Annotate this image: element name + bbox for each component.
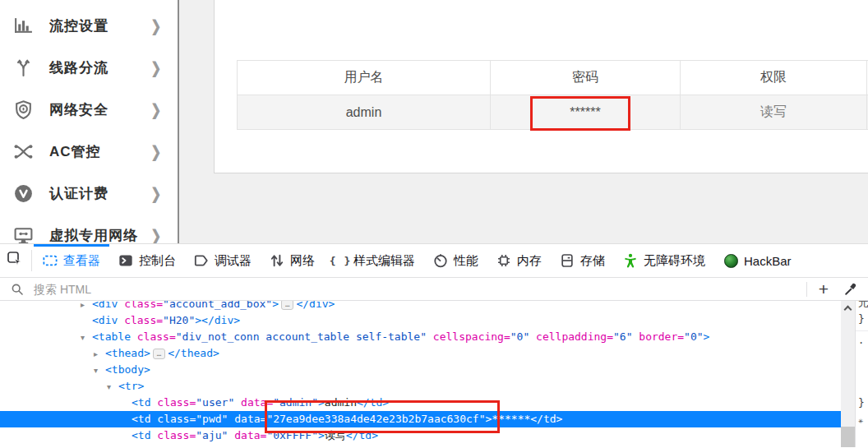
- sidebar-item-5[interactable]: 认证计费❯: [0, 173, 178, 215]
- bar-chart-icon: [13, 16, 49, 37]
- code-line[interactable]: ▾<tbody>: [0, 362, 841, 378]
- code-token-attr: class=: [157, 396, 196, 409]
- twisty-open-icon[interactable]: ▾: [94, 363, 105, 379]
- code-token-tag: <td: [132, 429, 157, 441]
- console-icon: [118, 253, 133, 268]
- code-token-val: "6": [613, 330, 632, 343]
- gauge-icon: [433, 253, 448, 268]
- code-token-tag: </td>: [346, 429, 378, 441]
- sidebar-item-3[interactable]: 网络安全❯: [0, 89, 178, 131]
- code-token-val: "aju": [196, 429, 228, 441]
- code-token-tag: >: [318, 429, 325, 441]
- tab-样式编辑器[interactable]: { }样式编辑器: [324, 244, 424, 277]
- web-page: 流控设置❯线路分流❯网络安全❯AC管控❯认证计费❯虚拟专用网络❯ 用户名密码权限…: [0, 0, 868, 243]
- twisty-open-icon[interactable]: ▾: [107, 379, 118, 395]
- twisty-open-icon[interactable]: ▾: [81, 330, 92, 346]
- code-token-attr: data=: [234, 396, 273, 409]
- code-token-attr: data=: [228, 429, 266, 441]
- sidebar: 流控设置❯线路分流❯网络安全❯AC管控❯认证计费❯虚拟专用网络❯: [0, 0, 179, 243]
- code-token-tag: </thead>: [168, 347, 219, 359]
- collapsed-content-badge[interactable]: …: [281, 301, 293, 310]
- code-token-val: "admin": [273, 396, 318, 409]
- code-token-attr: border=: [632, 330, 684, 343]
- code-token-attr: class=: [137, 330, 176, 343]
- code-line[interactable]: <div class="H20"></div>: [0, 312, 841, 329]
- code-token-tag: <tr>: [118, 380, 144, 392]
- code-token-attr: data=: [228, 413, 266, 425]
- tab-无障碍环境[interactable]: 无障碍环境: [614, 244, 714, 277]
- hackbar-icon: [723, 253, 738, 268]
- code-token-val: "div_not_conn account_table self-table": [176, 330, 427, 343]
- permission-cell: 读写: [681, 95, 867, 130]
- search-icon: [7, 279, 28, 299]
- switch-icon: [13, 141, 49, 163]
- tab-label: HackBar: [744, 254, 792, 268]
- twisty-closed-icon[interactable]: ▸: [94, 346, 105, 363]
- tab-网络[interactable]: 网络: [261, 244, 324, 277]
- rules-panel-fragment: ·: [858, 337, 864, 349]
- code-token-tag: </td>: [530, 413, 562, 425]
- rules-panel-fragment: ✳: [858, 416, 863, 425]
- code-line[interactable]: <td class="aju" data="0xFFFF">读写</td>: [0, 427, 841, 444]
- tab-查看器[interactable]: 查看器: [34, 244, 109, 277]
- code-token-val: "0": [510, 330, 529, 343]
- markup-view: ▸<div class="account_add_box">…</div><di…: [0, 301, 868, 447]
- tab-性能[interactable]: 性能: [424, 244, 487, 277]
- code-token-tag: >: [272, 301, 279, 310]
- inspector-icon: [43, 253, 58, 268]
- account-table-header-cell: 密码: [491, 61, 681, 95]
- code-line[interactable]: ▾<table class="div_not_conn account_tabl…: [0, 329, 841, 345]
- collapsed-content-badge[interactable]: …: [153, 349, 165, 359]
- account-table-header-cell: 权限: [681, 61, 867, 95]
- search-input[interactable]: [34, 283, 801, 296]
- storage-icon: [560, 253, 575, 268]
- tab-label: 内存: [517, 253, 542, 269]
- scrollbar-thumb[interactable]: [841, 427, 855, 447]
- chevron-right-icon: ❯: [150, 58, 161, 77]
- sidebar-item-label: 线路分流: [49, 58, 150, 77]
- searchbar-separator: [806, 282, 807, 297]
- tab-控制台[interactable]: 控制台: [109, 244, 185, 277]
- chevron-right-icon: ❯: [150, 184, 161, 203]
- tab-内存[interactable]: 内存: [487, 244, 551, 277]
- sidebar-item-label: 网络安全: [49, 100, 150, 119]
- devtools-panel: 查看器控制台调试器网络{ }样式编辑器性能内存存储无障碍环境HackBar + …: [0, 243, 868, 448]
- code-token-tag: >: [704, 330, 710, 343]
- sidebar-item-2[interactable]: 线路分流❯: [0, 47, 178, 89]
- tab-label: 控制台: [139, 253, 176, 269]
- sidebar-item-1[interactable]: 流控设置❯: [0, 5, 178, 47]
- tab-HackBar[interactable]: HackBar: [714, 244, 801, 277]
- tab-存储[interactable]: 存储: [551, 244, 614, 277]
- scroll-up-arrow-icon[interactable]: [844, 306, 852, 314]
- code-token-attr: class=: [157, 429, 196, 441]
- code-line[interactable]: ▸<div class="account_add_box">…</div>: [0, 301, 841, 312]
- devtools-tabbar: 查看器控制台调试器网络{ }样式编辑器性能内存存储无障碍环境HackBar: [0, 244, 868, 278]
- code-line[interactable]: ▾<tr>: [0, 378, 841, 395]
- accessibility-icon: [623, 253, 638, 268]
- rules-separator: [856, 330, 868, 331]
- twisty-closed-icon[interactable]: ▸: [81, 301, 92, 313]
- eyedropper-button[interactable]: [840, 279, 861, 299]
- pick-element-button[interactable]: [0, 244, 30, 277]
- sidebar-item-4[interactable]: AC管控❯: [0, 131, 178, 173]
- account-table-header-row: 用户名密码权限: [238, 61, 868, 95]
- code-token-attr: class=: [157, 413, 196, 425]
- add-node-button[interactable]: +: [813, 279, 834, 299]
- rules-panel-fragment: }: [858, 396, 865, 409]
- code-line-selected[interactable]: <td class="pwd" data="27ea9dee338a4de42e…: [0, 411, 841, 427]
- tab-label: 性能: [454, 253, 478, 269]
- chevron-right-icon: ❯: [150, 142, 161, 161]
- sidebar-item-label: 流控设置: [49, 16, 150, 35]
- code-token-text: admin: [325, 396, 357, 409]
- code-token-tag: <td: [132, 396, 157, 409]
- markup-scrollbar[interactable]: [841, 301, 855, 447]
- code-line[interactable]: <td class="user" data="admin">admin</td>: [0, 395, 841, 411]
- code-line[interactable]: ▸<thead>…</thead>: [0, 345, 841, 362]
- code-token-val: "H20": [163, 314, 195, 326]
- sidebar-item-label: 虚拟专用网络: [49, 226, 150, 243]
- code-token-tag: </td>: [357, 396, 389, 409]
- username-cell: admin: [238, 95, 491, 130]
- sidebar-item-6[interactable]: 虚拟专用网络❯: [0, 215, 178, 243]
- account-panel: 用户名密码权限 admin******读写: [214, 0, 868, 173]
- tab-调试器[interactable]: 调试器: [185, 244, 261, 277]
